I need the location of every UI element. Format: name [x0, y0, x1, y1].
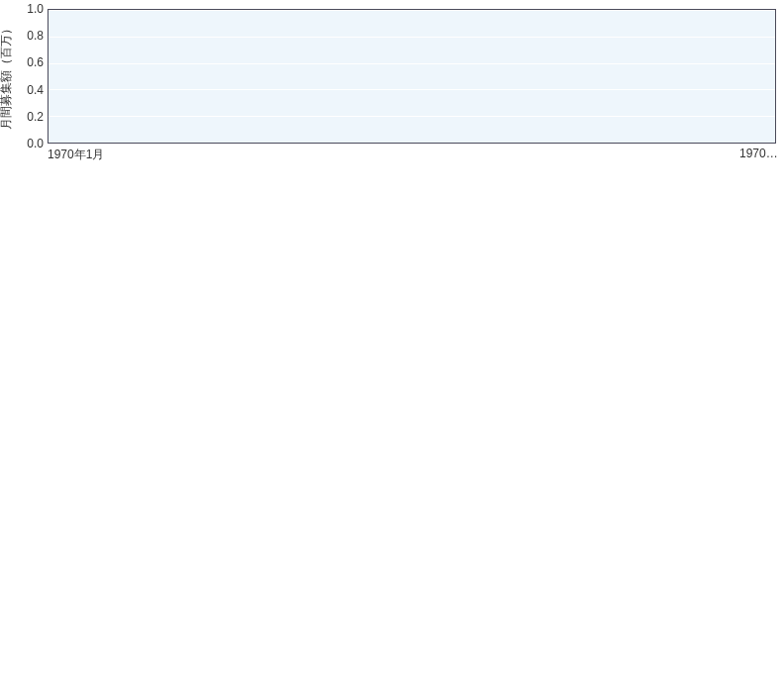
gridline — [49, 10, 775, 11]
plot-area — [48, 9, 776, 144]
chart-container: 1.0 0.8 0.6 0.4 0.2 0.0 1970年1月 1970… 月間… — [0, 0, 784, 693]
y-axis-title: 月間募集額（百万） — [0, 0, 15, 76]
gridline — [49, 89, 775, 90]
x-tick-label: 1970… — [739, 147, 778, 160]
x-tick-label: 1970年1月 — [48, 147, 104, 163]
gridline — [49, 116, 775, 117]
y-axis-title-text: 月間募集額（百万） — [0, 23, 15, 130]
gridline — [49, 37, 775, 38]
y-tick-label: 0.0 — [4, 137, 44, 150]
gridline — [49, 63, 775, 64]
